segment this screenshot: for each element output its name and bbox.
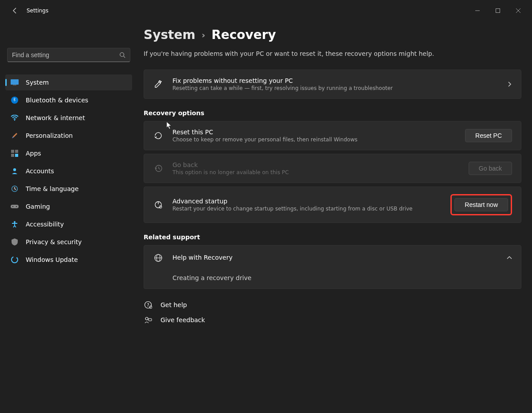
reset-desc: Choose to keep or remove your personal f…	[172, 136, 465, 143]
restart-now-button[interactable]: Restart now	[454, 198, 508, 211]
sidebar-item-label: Time & language	[26, 185, 78, 192]
svg-rect-13	[15, 154, 18, 157]
svg-point-14	[13, 168, 16, 171]
sidebar-item-label: Network & internet	[26, 114, 85, 121]
globe-icon	[153, 253, 164, 263]
wrench-icon	[153, 79, 164, 90]
search-icon	[119, 52, 125, 58]
breadcrumb-root[interactable]: System	[144, 27, 196, 42]
person-icon	[11, 167, 19, 175]
sidebar-item-personalization[interactable]: Personalization	[5, 128, 132, 144]
svg-line-5	[124, 56, 125, 58]
highlight-box: Restart now	[450, 194, 512, 215]
sidebar-item-update[interactable]: Windows Update	[5, 252, 132, 268]
page-intro: If you're having problems with your PC o…	[144, 50, 521, 57]
svg-point-20	[12, 206, 13, 207]
wifi-icon	[11, 114, 19, 122]
goback-desc: This option is no longer available on th…	[172, 169, 469, 175]
recovery-options-heading: Recovery options	[144, 109, 521, 117]
advanced-title: Advanced startup	[172, 198, 447, 205]
breadcrumb: System › Recovery	[144, 27, 521, 42]
sidebar-item-apps[interactable]: Apps	[5, 145, 132, 161]
sidebar-item-label: Accessibility	[26, 221, 64, 228]
go-back-button: Go back	[469, 162, 512, 175]
search-input[interactable]	[12, 51, 119, 58]
maximize-icon	[496, 8, 500, 13]
reset-icon	[153, 130, 164, 141]
power-gear-icon	[153, 199, 164, 210]
sidebar-item-label: Privacy & security	[26, 238, 82, 245]
advanced-desc: Restart your device to change startup se…	[172, 206, 447, 212]
svg-rect-35	[149, 319, 152, 321]
window-title: Settings	[27, 8, 48, 14]
feedback-link[interactable]: Give feedback	[144, 316, 521, 324]
gamepad-icon	[11, 203, 19, 210]
sidebar-item-label: Gaming	[26, 203, 50, 210]
help-icon: ?	[144, 300, 153, 309]
arrow-left-icon	[12, 7, 19, 14]
close-icon	[516, 8, 520, 13]
goback-title: Go back	[172, 161, 469, 168]
svg-point-21	[16, 206, 17, 207]
search-input-wrap[interactable]	[7, 48, 130, 62]
sidebar-item-label: Accounts	[26, 168, 54, 175]
minimize-button[interactable]	[467, 4, 488, 18]
sidebar-item-privacy[interactable]: Privacy & security	[5, 234, 132, 250]
feedback-icon	[144, 316, 153, 324]
sidebar-item-network[interactable]: Network & internet	[5, 110, 132, 126]
shield-icon	[11, 238, 19, 246]
sidebar-item-gaming[interactable]: Gaming	[5, 199, 132, 214]
svg-text:?: ?	[147, 303, 149, 308]
help-recovery-title: Help with Recovery	[172, 254, 507, 261]
sidebar-item-label: Windows Update	[26, 256, 78, 263]
breadcrumb-current: Recovery	[211, 27, 276, 42]
go-back-card: Go back This option is no longer availab…	[144, 154, 521, 183]
minimize-icon	[475, 8, 480, 13]
maximize-button[interactable]	[488, 4, 508, 18]
paintbrush-icon	[11, 132, 19, 140]
svg-point-4	[120, 53, 124, 57]
clock-icon	[11, 185, 19, 193]
bluetooth-icon	[11, 96, 19, 104]
close-button[interactable]	[508, 4, 528, 18]
fix-title: Fix problems without resetting your PC	[172, 77, 507, 84]
chevron-right-icon	[507, 82, 512, 87]
get-help-label: Get help	[160, 301, 187, 308]
get-help-link[interactable]: ? Get help	[144, 300, 521, 309]
reset-pc-card: Reset this PC Choose to keep or remove y…	[144, 121, 521, 150]
svg-rect-6	[11, 79, 19, 85]
svg-point-22	[14, 221, 16, 223]
accessibility-icon	[11, 220, 19, 228]
sidebar-item-bluetooth[interactable]: Bluetooth & devices	[5, 92, 132, 108]
chevron-up-icon	[507, 255, 512, 261]
sidebar-item-label: Personalization	[26, 132, 73, 139]
svg-rect-1	[496, 9, 500, 13]
svg-point-9	[14, 120, 16, 121]
back-button[interactable]	[7, 3, 23, 19]
advanced-startup-card: Advanced startup Restart your device to …	[144, 187, 521, 223]
history-icon	[153, 163, 164, 174]
update-icon	[11, 256, 19, 264]
fix-desc: Resetting can take a while — first, try …	[172, 85, 507, 91]
svg-point-23	[12, 257, 18, 263]
sidebar-item-time[interactable]: Time & language	[5, 181, 132, 197]
sidebar-item-accounts[interactable]: Accounts	[5, 163, 132, 179]
sidebar-item-accessibility[interactable]: Accessibility	[5, 216, 132, 232]
svg-rect-10	[11, 150, 14, 153]
svg-point-34	[145, 317, 148, 320]
sidebar-item-label: Apps	[26, 150, 41, 157]
create-recovery-drive-link[interactable]: Creating a recovery drive	[144, 267, 521, 289]
related-support-heading: Related support	[144, 234, 521, 241]
fix-problems-card[interactable]: Fix problems without resetting your PC R…	[144, 70, 521, 99]
svg-rect-12	[11, 154, 14, 157]
apps-icon	[11, 149, 19, 157]
system-icon	[11, 78, 19, 86]
svg-rect-7	[13, 85, 16, 86]
reset-pc-button[interactable]: Reset PC	[465, 129, 512, 142]
sidebar-item-system[interactable]: System	[5, 74, 132, 90]
svg-point-8	[11, 97, 18, 104]
svg-rect-11	[15, 150, 18, 153]
feedback-label: Give feedback	[160, 316, 205, 323]
sidebar-item-label: System	[26, 79, 49, 86]
svg-rect-19	[11, 205, 19, 208]
